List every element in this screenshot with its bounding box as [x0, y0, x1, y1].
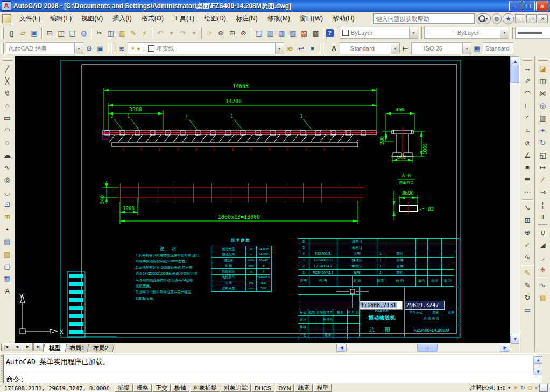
layer-properties-icon[interactable]: ≋ — [116, 43, 128, 54]
zoom-window-icon[interactable]: ⊞ — [227, 27, 238, 39]
scroll-down-icon[interactable]: ▼ — [534, 368, 542, 375]
break-icon[interactable]: ‖ — [537, 211, 548, 223]
title-bar[interactable]: A AutoCAD 2008 - [C:\Documents and Setti… — [0, 0, 550, 12]
sheetset-manager-icon[interactable]: ▧ — [287, 27, 299, 39]
construction-line-icon[interactable]: ╳ — [2, 75, 13, 87]
status-toggle[interactable]: 线宽 — [294, 384, 313, 392]
sep[interactable] — [523, 265, 532, 266]
baseline-icon[interactable]: ≣ — [522, 174, 533, 186]
status-toggle[interactable]: 模型 — [313, 384, 332, 392]
horizontal-scroll-thumb[interactable]: ||| — [417, 344, 438, 352]
insert-block-icon[interactable]: ⊡ — [2, 198, 13, 211]
coordinate-display[interactable]: 171608.2131, 29619.3247, 0.0000 — [2, 384, 109, 392]
toolbar-grip[interactable] — [1, 42, 4, 54]
dimension-text-edit-icon[interactable]: ✎ — [522, 279, 533, 291]
toolbar-grip[interactable] — [510, 27, 513, 39]
annotation-autoscale-icon[interactable]: ↻ — [520, 384, 525, 391]
table-style-icon[interactable]: ▦ — [471, 43, 483, 54]
clean-screen-button[interactable] — [539, 384, 548, 392]
sep[interactable] — [152, 27, 153, 38]
status-toggle[interactable]: DUCS — [251, 384, 274, 392]
linear-dimension-icon[interactable]: ↔ — [522, 62, 533, 75]
table-icon[interactable]: ▦ — [2, 273, 13, 285]
rectangle-icon[interactable]: ▭ — [2, 112, 13, 124]
status-toggle[interactable]: 极轴 — [171, 384, 189, 392]
tab-模型[interactable]: 模型 — [43, 344, 67, 352]
toolbar-grip[interactable] — [1, 27, 4, 39]
communication-center-icon[interactable]: ◍ — [492, 13, 502, 24]
hatch-icon[interactable]: ▨ — [2, 236, 13, 248]
layer-states-icon[interactable]: ≡ — [307, 43, 318, 54]
fillet-icon[interactable]: ◞ — [537, 251, 548, 263]
paste-icon[interactable]: ▥ — [116, 27, 128, 39]
designcenter-icon[interactable]: ▦ — [265, 27, 276, 39]
toolbar-lock-icon[interactable]: ⊙ — [527, 384, 532, 391]
scroll-left-icon[interactable]: ◀ — [336, 344, 347, 352]
move-icon[interactable]: + — [537, 124, 548, 137]
dim-style-control[interactable]: ISO-25 ▾ — [411, 42, 471, 54]
copy-icon[interactable]: ◫ — [105, 27, 116, 39]
edit-hatch-icon[interactable]: ▨ — [537, 291, 548, 304]
join-icon[interactable]: ∪ — [537, 226, 548, 239]
menu-item[interactable]: 绘图(D) — [199, 13, 231, 24]
vertical-scrollbar[interactable]: ▲ ▼ — [510, 56, 519, 343]
chevron-down-icon[interactable]: ▾ — [275, 43, 284, 54]
cut-icon[interactable]: ✂ — [94, 27, 105, 39]
polygon-icon[interactable]: ⌂ — [2, 99, 13, 112]
gradient-icon[interactable]: ▧ — [2, 248, 13, 260]
mtext-icon[interactable]: A — [2, 285, 13, 297]
3d-dwf-icon[interactable]: ◍ — [78, 27, 89, 39]
text-style-control[interactable]: Standard ▾ — [340, 42, 400, 54]
toolbar-grip[interactable] — [111, 42, 114, 54]
pan-icon[interactable]: ☞ — [204, 27, 215, 39]
workspace-settings-icon[interactable]: ▣ — [95, 43, 106, 54]
menu-item[interactable]: 修改(M) — [263, 13, 295, 24]
pedit-icon[interactable]: ∿ — [537, 279, 548, 291]
doc-close-button[interactable]: ✕ — [538, 14, 548, 23]
chamfer-icon[interactable]: ◢ — [537, 239, 548, 251]
extend-icon[interactable]: ⊸ — [537, 186, 548, 198]
text-style-icon[interactable]: A — [328, 43, 340, 54]
doc-minimize-button[interactable]: – — [515, 14, 525, 23]
sep[interactable] — [538, 277, 548, 278]
menu-item[interactable]: 帮助(H) — [328, 13, 359, 24]
status-toggle[interactable]: 捕捉 — [115, 384, 133, 392]
aligned-dimension-icon[interactable]: ⇗ — [522, 75, 533, 87]
center-mark-icon[interactable]: ⊕ — [522, 226, 533, 239]
diameter-icon[interactable]: ⌀ — [522, 137, 533, 149]
circle-icon[interactable]: ○ — [2, 137, 13, 149]
make-block-icon[interactable]: ⊞ — [2, 211, 13, 223]
toolbar-grip[interactable] — [3, 58, 12, 61]
help-search-input[interactable] — [373, 13, 475, 24]
sep[interactable] — [91, 27, 92, 38]
properties-icon[interactable]: ▤ — [253, 27, 265, 39]
scale-icon[interactable]: ◱ — [537, 149, 548, 161]
publish-icon[interactable]: ▤ — [67, 27, 78, 39]
undo-drop-icon[interactable]: ▾ — [166, 27, 177, 39]
line-icon[interactable]: ╱ — [2, 62, 13, 75]
tray-settings-icon[interactable]: ▾ — [534, 384, 538, 391]
sep[interactable] — [251, 27, 252, 38]
spline-icon[interactable]: ∿ — [2, 161, 13, 174]
table-style-control[interactable]: Standard — [483, 42, 513, 54]
arc-length-icon[interactable]: ◠ — [522, 87, 533, 99]
menu-item[interactable]: 编辑(E) — [45, 13, 76, 24]
trim-icon[interactable]: ∕ — [537, 174, 548, 186]
tolerance-icon[interactable]: ⊞ — [522, 214, 533, 226]
drawing-canvas[interactable]: 14608 14208 3208 2 1 1 1 1 — [15, 56, 510, 343]
chevron-down-icon[interactable]: ▾ — [409, 27, 418, 38]
status-toggle[interactable]: 对象捕捉 — [190, 384, 220, 392]
undo-icon[interactable]: ↶ — [154, 27, 166, 39]
status-toggle[interactable]: DYN — [275, 384, 294, 392]
stretch-icon[interactable]: ↦ — [537, 161, 548, 174]
copy-object-icon[interactable]: ◫ — [537, 75, 548, 87]
scroll-up-icon[interactable]: ▲ — [534, 356, 542, 364]
toolbar-grip[interactable] — [419, 27, 422, 39]
scroll-right-icon[interactable]: ▶ — [500, 344, 510, 352]
revcloud-icon[interactable]: ☁ — [2, 149, 13, 161]
lineweight-control[interactable]: ▾ — [515, 27, 550, 39]
save-icon[interactable]: ▣ — [29, 27, 40, 39]
status-toggle[interactable]: 栅格 — [133, 384, 152, 392]
linetype-control[interactable]: ByLayer ▾ — [424, 27, 509, 39]
tab-nav-button[interactable]: ▶| — [33, 343, 44, 351]
